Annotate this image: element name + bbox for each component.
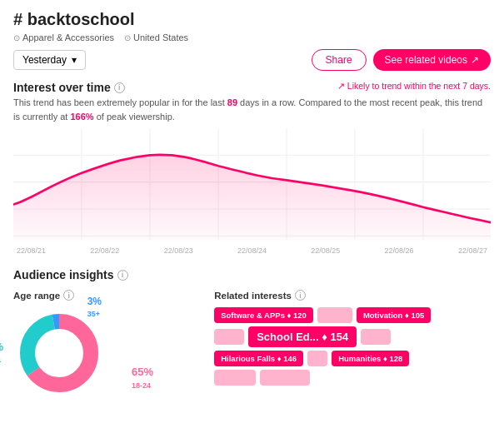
chart-area-fill (13, 155, 491, 241)
interest-chip-light-2[interactable] (214, 329, 244, 345)
page-container: # backtoschool ⊙ Apparel & Accessories ⊙… (0, 0, 504, 425)
audience-info-icon[interactable]: i (117, 270, 128, 281)
donut-chart (13, 307, 105, 399)
audience-section-title: Audience insights i (13, 268, 491, 281)
interest-chip-light-5[interactable] (214, 370, 256, 386)
related-interests-title: Related interests i (214, 290, 491, 301)
svg-point-14 (36, 330, 82, 376)
section-header: Interest over time i ↗ Likely to trend w… (13, 81, 491, 94)
age-range-info-icon[interactable]: i (63, 290, 74, 301)
pct-35plus: 3%35+ (87, 296, 102, 319)
interest-chip-light-4[interactable] (307, 351, 327, 366)
location-icon: ⊙ (124, 33, 131, 42)
interest-row-3: Hilarious Falls ♦ 146 Humanities ♦ 128 (214, 351, 491, 366)
related-interests-section: Related interests i Software & APPs ♦ 12… (214, 290, 491, 401)
interest-chip-hilarious[interactable]: Hilarious Falls ♦ 146 (214, 351, 303, 366)
location-meta: ⊙ United States (124, 32, 188, 42)
interest-chip-light-6[interactable] (260, 370, 310, 386)
age-range-section: Age range i 3%35+ 32%25-34 (13, 290, 197, 401)
interest-row-4 (214, 370, 491, 386)
chart-x-labels: 22/08/21 22/08/22 22/08/23 22/08/24 22/0… (13, 246, 491, 255)
tag-icon: ⊙ (13, 33, 20, 42)
chevron-down-icon: ▾ (72, 54, 77, 66)
related-interests-info-icon[interactable]: i (295, 290, 306, 301)
related-videos-button[interactable]: See related videos ↗ (373, 49, 491, 71)
interest-chip-light-1[interactable] (317, 307, 352, 323)
age-range-title: Age range i (13, 290, 197, 301)
interest-chip-software[interactable]: Software & APPs ♦ 120 (214, 307, 313, 323)
share-button[interactable]: Share (312, 49, 367, 71)
external-link-icon: ↗ (471, 54, 479, 66)
audience-grid: Age range i 3%35+ 32%25-34 (13, 290, 491, 401)
pct-18-24: 65%18-24 (132, 366, 153, 391)
chart-svg (13, 128, 491, 245)
audience-insights-section: Audience insights i Age range i 3%35+ 32… (13, 268, 491, 401)
donut-container: 3%35+ 32%25-34 (13, 307, 197, 401)
trend-arrow-icon: ↗ (337, 81, 345, 91)
interest-over-time-section: Interest over time i ↗ Likely to trend w… (13, 81, 491, 255)
interest-chip-school[interactable]: School Ed... ♦ 154 (248, 326, 357, 347)
interest-chip-light-3[interactable] (361, 329, 391, 345)
interest-row-1: Software & APPs ♦ 120 Motivation ♦ 105 (214, 307, 491, 323)
toolbar: Yesterday ▾ Share See related videos ↗ (13, 49, 491, 71)
interest-chart (13, 128, 491, 245)
trend-badge: ↗ Likely to trend within the next 7 days… (337, 81, 491, 91)
donut-pct-wrapper: 3%35+ 32%25-34 (13, 307, 105, 401)
page-title: # backtoschool (13, 10, 491, 29)
section-title: Interest over time i (13, 81, 125, 94)
interest-row-2: School Ed... ♦ 154 (214, 326, 491, 347)
interest-description: This trend has been extremely popular in… (13, 96, 491, 123)
interest-chip-humanities[interactable]: Humanities ♦ 128 (332, 351, 409, 366)
time-range-dropdown[interactable]: Yesterday ▾ (13, 50, 86, 70)
header-meta: ⊙ Apparel & Accessories ⊙ United States (13, 32, 491, 42)
pct-25-34: 32%25-34 (0, 341, 3, 366)
toolbar-right: Share See related videos ↗ (312, 49, 491, 71)
interest-chip-motivation[interactable]: Motivation ♦ 105 (357, 307, 431, 323)
info-icon[interactable]: i (114, 82, 125, 93)
category-meta: ⊙ Apparel & Accessories (13, 32, 114, 42)
